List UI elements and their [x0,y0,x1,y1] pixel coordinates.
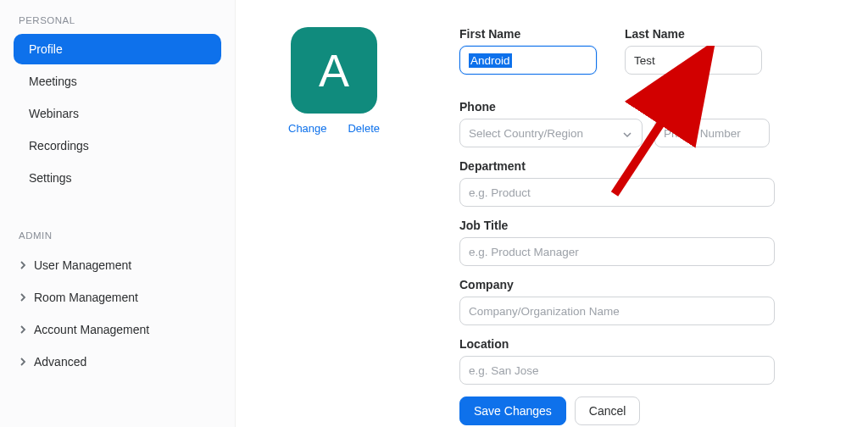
sidebar-item-meetings[interactable]: Meetings [14,66,221,97]
avatar-section: A Change Delete [288,27,380,135]
sidebar-item-recordings[interactable]: Recordings [14,130,221,161]
job-title-input[interactable] [459,237,775,266]
chevron-right-icon [19,261,27,269]
sidebar-item-webinars[interactable]: Webinars [14,98,221,129]
sidebar-item-settings[interactable]: Settings [14,163,221,193]
main-content: A Change Delete First Name Android Last … [236,0,868,427]
admin-item-label: Room Management [34,291,138,304]
job-title-label: Job Title [459,219,775,232]
first-name-input[interactable]: Android [459,46,597,75]
phone-number-input[interactable] [654,119,770,147]
admin-item-user-management[interactable]: User Management [14,249,221,281]
save-button[interactable]: Save Changes [459,396,566,425]
admin-item-label: Account Management [34,323,149,336]
chevron-down-icon [623,128,633,138]
sidebar: PERSONAL Profile Meetings Webinars Recor… [0,0,236,427]
admin-item-advanced[interactable]: Advanced [14,346,221,378]
department-label: Department [459,159,775,173]
department-input[interactable] [459,178,775,207]
admin-header: ADMIN [19,230,221,241]
company-label: Company [459,278,775,291]
chevron-right-icon [19,358,27,366]
phone-country-placeholder: Select Country/Region [469,127,583,140]
sidebar-item-label: Profile [29,42,63,56]
phone-country-select[interactable]: Select Country/Region [459,119,643,147]
admin-item-room-management[interactable]: Room Management [14,281,221,313]
admin-item-account-management[interactable]: Account Management [14,313,221,346]
sidebar-item-label: Settings [29,171,72,185]
personal-header: PERSONAL [19,15,221,25]
company-input[interactable] [459,297,775,325]
first-name-value: Android [469,53,512,68]
admin-item-label: User Management [34,258,131,272]
avatar-letter: A [319,44,349,97]
location-input[interactable] [459,356,775,385]
cancel-button[interactable]: Cancel [575,396,641,425]
sidebar-item-label: Webinars [29,107,79,120]
first-name-label: First Name [459,27,609,41]
sidebar-item-label: Recordings [29,139,89,152]
phone-label: Phone [459,100,775,114]
sidebar-item-label: Meetings [29,75,77,88]
chevron-right-icon [19,293,27,302]
last-name-label: Last Name [625,27,775,41]
admin-item-label: Advanced [34,355,86,369]
profile-form: First Name Android Last Name Phone Selec… [459,27,775,425]
avatar-delete-link[interactable]: Delete [348,122,380,135]
avatar[interactable]: A [291,27,377,114]
last-name-input[interactable] [625,46,762,75]
location-label: Location [459,337,775,351]
avatar-change-link[interactable]: Change [288,122,327,135]
sidebar-item-profile[interactable]: Profile [14,34,221,64]
chevron-right-icon [19,325,27,334]
